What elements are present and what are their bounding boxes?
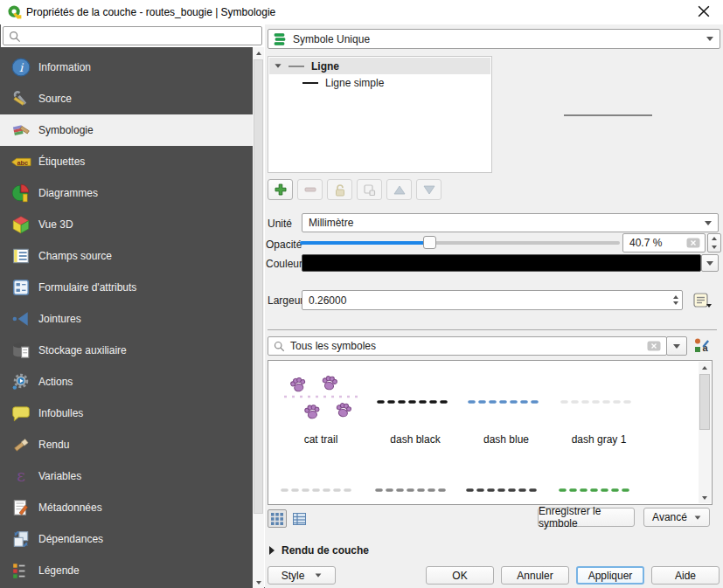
symbol-item-cat-trail[interactable]: cat trail — [275, 371, 366, 446]
symbology-icon — [10, 120, 31, 141]
sidebar-item-information[interactable]: i Information — [0, 52, 253, 83]
move-down-button[interactable] — [416, 179, 441, 200]
single-symbol-icon — [274, 32, 288, 46]
close-icon[interactable] — [698, 5, 715, 19]
sidebar-item-source-fields[interactable]: Champs source — [0, 240, 253, 272]
symbol-preview-dashed-line[interactable] — [373, 483, 454, 501]
sidebar-item-label: Stockage auxiliaire — [38, 344, 127, 356]
opacity-label: Opacité — [266, 239, 302, 251]
sidebar-scrollbar-thumb[interactable] — [254, 59, 263, 514]
sidebar-item-diagrams[interactable]: Diagrammes — [0, 177, 253, 209]
symbol-item-dash-gray-1[interactable]: dash gray 1 — [553, 371, 644, 446]
width-spinbox[interactable]: 0.26000 — [302, 290, 683, 310]
opacity-spinbox[interactable]: 40.7 % — [622, 233, 706, 252]
symbol-preview-dashed-line[interactable] — [464, 483, 545, 501]
add-symbol-layer-button[interactable] — [268, 179, 293, 200]
sidebar-item-rendering[interactable]: Rendu — [0, 429, 253, 460]
symbol-item-dash-blue[interactable]: dash blue — [461, 371, 552, 446]
window-title: Propriétés de la couche - routes_bougie … — [26, 6, 275, 18]
color-dropdown-button[interactable] — [701, 254, 719, 272]
sidebar-item-variables[interactable]: ε Variables — [0, 460, 253, 492]
attributes-form-icon — [10, 277, 31, 298]
width-spinner[interactable] — [673, 295, 678, 305]
symbol-preview-dashed-line — [466, 371, 546, 425]
sidebar-item-legend[interactable]: Légende — [0, 555, 253, 586]
scroll-down-icon[interactable] — [699, 492, 711, 503]
move-up-button[interactable] — [386, 179, 412, 200]
sidebar-item-attributes-form[interactable]: Formulaire d'attributs — [0, 272, 253, 303]
variables-icon: ε — [10, 466, 31, 487]
help-button[interactable]: Aide — [651, 566, 720, 585]
chevron-down-icon — [706, 261, 713, 266]
sidebar-item-auxiliary-storage[interactable]: Stockage auxiliaire — [0, 335, 253, 366]
sidebar-item-dependencies[interactable]: Dépendances — [0, 523, 253, 555]
scroll-up-icon[interactable] — [699, 362, 711, 373]
clear-icon[interactable] — [686, 238, 700, 248]
unit-label: Unité — [268, 218, 292, 230]
remove-symbol-layer-button[interactable] — [297, 179, 323, 200]
sidebar-item-labels[interactable]: abc Étiquettes — [0, 146, 253, 177]
sidebar-scrollbar[interactable] — [253, 47, 264, 588]
symbol-filter-dropdown-button[interactable] — [666, 336, 687, 356]
cancel-button[interactable]: Annuler — [501, 566, 569, 585]
save-symbol-button[interactable]: Enregistrer le symbole — [538, 508, 635, 527]
sidebar-search-input[interactable] — [3, 26, 262, 45]
symbol-preview-line — [564, 114, 652, 116]
list-view-button[interactable] — [289, 509, 309, 528]
tree-row-line[interactable]: Ligne — [269, 58, 490, 74]
expander-icon[interactable] — [275, 64, 281, 68]
duplicate-symbol-layer-button[interactable] — [357, 179, 382, 200]
style-manager-button[interactable]: a — [693, 337, 713, 356]
symbol-filter-input[interactable]: Tous les symboles — [268, 336, 667, 356]
lock-open-icon — [334, 183, 346, 197]
ok-button[interactable]: OK — [426, 566, 494, 585]
clear-icon[interactable] — [647, 341, 661, 351]
symbol-layer-tree[interactable]: Ligne Ligne simple — [268, 56, 492, 173]
advanced-button[interactable]: Avancé — [643, 508, 710, 527]
symbol-preview-paw-trail — [281, 371, 361, 425]
apply-button[interactable]: Appliquer — [576, 566, 644, 585]
spin-down-icon[interactable] — [712, 246, 717, 249]
spin-up-icon[interactable] — [712, 237, 717, 240]
scroll-down-icon[interactable] — [253, 577, 264, 588]
symbol-preview-dashed-line[interactable] — [557, 483, 637, 501]
symbol-item-dash-black[interactable]: dash black — [370, 371, 461, 446]
symbol-browser[interactable]: cat trail dash black dash blue dash gray… — [268, 360, 713, 505]
sidebar-item-label: Infobulles — [38, 407, 83, 419]
opacity-spinner[interactable] — [707, 233, 721, 252]
symbol-name: dash gray 1 — [553, 433, 644, 446]
opacity-slider[interactable] — [300, 235, 620, 250]
layer-rendering-group[interactable]: Rendu de couche — [269, 544, 369, 557]
sidebar-item-label: Formulaire d'attributs — [38, 281, 136, 294]
opacity-slider-handle[interactable] — [423, 236, 436, 249]
spin-up-icon[interactable] — [673, 295, 678, 299]
icon-view-button[interactable] — [268, 509, 287, 528]
sidebar-item-view-3d[interactable]: Vue 3D — [0, 209, 253, 240]
renderer-value: Symbole Unique — [293, 33, 370, 45]
sidebar-item-symbology[interactable]: Symbologie — [0, 114, 253, 146]
unit-combobox[interactable]: Millimètre — [302, 213, 719, 232]
tree-row-simple-line[interactable]: Ligne simple — [269, 74, 490, 91]
color-swatch-button[interactable] — [302, 254, 701, 272]
chevron-down-icon — [705, 221, 712, 225]
symbol-browser-scrollbar[interactable] — [699, 362, 711, 503]
renderer-combobox[interactable]: Symbole Unique — [268, 29, 720, 49]
sidebar-item-actions[interactable]: Actions — [0, 366, 253, 398]
lock-color-button[interactable] — [327, 179, 352, 200]
sidebar-item-joins[interactable]: Jointures — [0, 303, 253, 335]
style-button[interactable]: Style — [268, 566, 336, 585]
data-defined-override-button[interactable] — [691, 290, 715, 310]
line-symbol-icon — [289, 66, 304, 67]
sidebar-item-label: Vue 3D — [38, 218, 73, 231]
sidebar-item-source[interactable]: Source — [0, 83, 253, 114]
plus-icon — [275, 183, 287, 196]
qgis-logo-icon — [7, 4, 23, 23]
scroll-up-icon[interactable] — [253, 47, 264, 59]
sidebar-item-tooltips[interactable]: Infobulles — [0, 398, 253, 429]
symbol-preview-dashed-line[interactable] — [279, 483, 359, 501]
spin-down-icon[interactable] — [673, 301, 678, 305]
sidebar-item-label: Champs source — [38, 250, 112, 262]
color-label: Couleur — [266, 258, 302, 270]
sidebar-item-metadata[interactable]: Métadonnées — [0, 492, 253, 523]
scrollbar-thumb[interactable] — [699, 374, 710, 430]
